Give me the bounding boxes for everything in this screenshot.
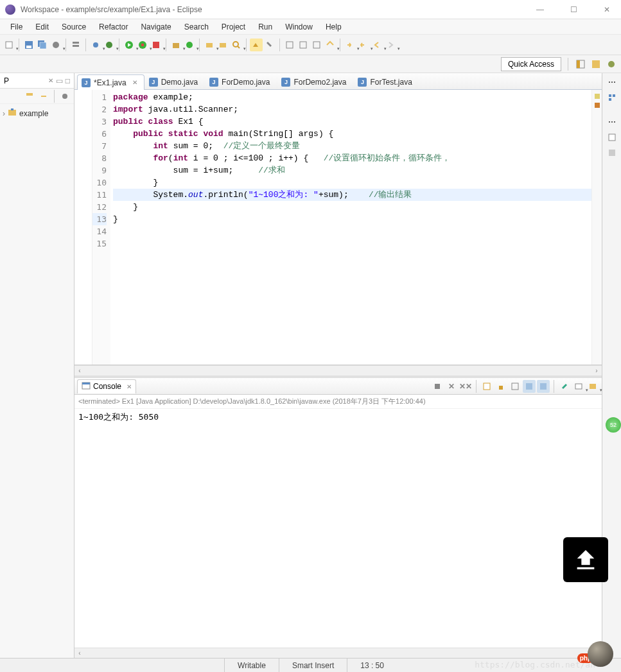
- outline-view-button[interactable]: [606, 91, 618, 104]
- tree-item-label: example: [19, 109, 48, 118]
- title-bar: Workspace - example/src/example/Ex1.java…: [0, 0, 621, 19]
- scroll-lock-button[interactable]: [494, 380, 507, 393]
- show-whitespace-button[interactable]: [310, 39, 323, 51]
- display-console-button[interactable]: [572, 380, 585, 393]
- debug-perspective-button[interactable]: [606, 58, 617, 70]
- new-java-package-button[interactable]: [170, 39, 182, 51]
- remove-launch-button[interactable]: ✕: [445, 380, 458, 393]
- menu-run[interactable]: Run: [253, 21, 277, 33]
- save-button[interactable]: [22, 39, 35, 51]
- svg-rect-38: [540, 383, 547, 390]
- scroll-right-icon[interactable]: ›: [591, 367, 602, 374]
- maximize-button[interactable]: ☐: [564, 5, 582, 14]
- open-type-button[interactable]: [203, 39, 216, 51]
- annotation-gutter[interactable]: [74, 90, 92, 365]
- restore-view-button-2[interactable]: ⋯: [606, 116, 618, 128]
- new-button[interactable]: [3, 39, 15, 51]
- menu-edit[interactable]: Edit: [30, 21, 54, 33]
- menu-help[interactable]: Help: [320, 21, 347, 33]
- console-output[interactable]: 1~100之和为: 5050: [74, 409, 602, 648]
- open-task-button[interactable]: [216, 39, 229, 51]
- editor-tab-fordemo2[interactable]: J ForDemo2.java: [277, 74, 353, 89]
- toggle-breadcrumb-button[interactable]: [69, 39, 82, 51]
- remove-all-launches-button[interactable]: ✕✕: [459, 380, 472, 393]
- last-edit-button[interactable]: [357, 39, 370, 51]
- show-standard-out-button[interactable]: [523, 380, 536, 393]
- quick-access-button[interactable]: Quick Access: [501, 57, 561, 71]
- svg-rect-13: [153, 42, 159, 48]
- editor-tab-bar: J *Ex1.java ✕ J Demo.java J ForDemo.java…: [74, 73, 602, 90]
- scroll-to-top-button[interactable]: [563, 537, 608, 582]
- link-editor-button[interactable]: [37, 90, 50, 103]
- svg-point-5: [53, 42, 59, 48]
- svg-rect-37: [526, 383, 532, 390]
- debug-button[interactable]: [103, 39, 116, 51]
- run-button[interactable]: [123, 39, 136, 51]
- declaration-view-button[interactable]: [606, 146, 618, 159]
- perspective-button[interactable]: [49, 39, 62, 51]
- java-perspective-button[interactable]: [590, 58, 602, 70]
- close-icon[interactable]: ✕: [132, 79, 137, 86]
- prev-annotation-button[interactable]: [297, 39, 310, 51]
- upload-icon: [573, 547, 599, 573]
- task-list-view-button[interactable]: [606, 131, 618, 144]
- scroll-left-icon[interactable]: ‹: [74, 367, 85, 374]
- view-maximize-icon[interactable]: □: [66, 76, 70, 85]
- external-tools-button[interactable]: [150, 39, 162, 51]
- tree-item-example[interactable]: › example: [3, 107, 71, 120]
- menu-file[interactable]: File: [5, 21, 28, 33]
- editor-horizontal-scrollbar[interactable]: ‹ ›: [74, 365, 602, 375]
- open-perspective-button[interactable]: [575, 58, 586, 70]
- view-minimize-icon[interactable]: ▭: [56, 76, 63, 85]
- project-tree[interactable]: › example: [0, 104, 74, 123]
- menu-source[interactable]: Source: [57, 21, 91, 33]
- svg-rect-4: [40, 42, 46, 49]
- project-explorer-tab[interactable]: P ✕ ▭ □: [0, 73, 74, 89]
- menu-project[interactable]: Project: [216, 21, 250, 33]
- console-horizontal-scrollbar[interactable]: ‹ ›: [74, 648, 602, 658]
- menu-navigate[interactable]: Navigate: [136, 21, 176, 33]
- back-button[interactable]: [371, 39, 383, 51]
- code-area[interactable]: package example;import java.util.Scanner…: [110, 90, 591, 365]
- next-edit-button[interactable]: [344, 39, 356, 51]
- pin-console-button[interactable]: [558, 380, 571, 393]
- search-button[interactable]: [230, 39, 243, 51]
- restore-view-button[interactable]: ⋯: [606, 76, 618, 89]
- svg-rect-44: [609, 134, 615, 141]
- green-badge: 52: [606, 417, 621, 433]
- show-standard-err-button[interactable]: [537, 380, 550, 393]
- scroll-left-icon[interactable]: ‹: [74, 650, 85, 657]
- terminate-button[interactable]: [431, 380, 444, 393]
- console-tab[interactable]: Console ✕: [77, 379, 136, 393]
- open-console-button[interactable]: [586, 380, 599, 393]
- coverage-button[interactable]: [136, 39, 149, 51]
- svg-point-9: [106, 42, 112, 48]
- new-java-class-button[interactable]: [183, 39, 196, 51]
- view-menu-button[interactable]: [58, 90, 71, 103]
- word-wrap-button[interactable]: [509, 380, 521, 393]
- block-selection-button[interactable]: [324, 39, 337, 51]
- skip-breakpoints-button[interactable]: [89, 39, 102, 51]
- forward-button[interactable]: [384, 39, 397, 51]
- minimize-button[interactable]: —: [531, 5, 549, 14]
- next-annotation-button[interactable]: [283, 39, 296, 51]
- expand-icon[interactable]: ›: [3, 109, 5, 118]
- save-all-button[interactable]: [36, 39, 49, 51]
- toggle-mark-button[interactable]: [250, 39, 263, 51]
- menu-window[interactable]: Window: [280, 21, 318, 33]
- menu-refactor[interactable]: Refactor: [94, 21, 133, 33]
- editor-tab-fortest[interactable]: J ForTest.java: [353, 74, 419, 89]
- close-button[interactable]: ✕: [598, 5, 616, 14]
- view-close-icon[interactable]: ✕: [48, 77, 53, 84]
- menu-search[interactable]: Search: [179, 21, 214, 33]
- editor-tab-demo[interactable]: J Demo.java: [144, 74, 205, 89]
- code-editor[interactable]: 1236789101112131415 package example;impo…: [74, 90, 602, 365]
- collapse-all-button[interactable]: [23, 90, 36, 103]
- overview-ruler[interactable]: [591, 90, 602, 365]
- status-bar: Writable Smart Insert 13 : 50: [0, 658, 621, 672]
- pin-editor-button[interactable]: [263, 39, 276, 51]
- editor-tab-ex1[interactable]: J *Ex1.java ✕: [77, 74, 144, 90]
- clear-console-button[interactable]: [480, 380, 493, 393]
- close-icon[interactable]: ✕: [127, 383, 132, 390]
- editor-tab-fordemo[interactable]: J ForDemo.java: [205, 74, 277, 89]
